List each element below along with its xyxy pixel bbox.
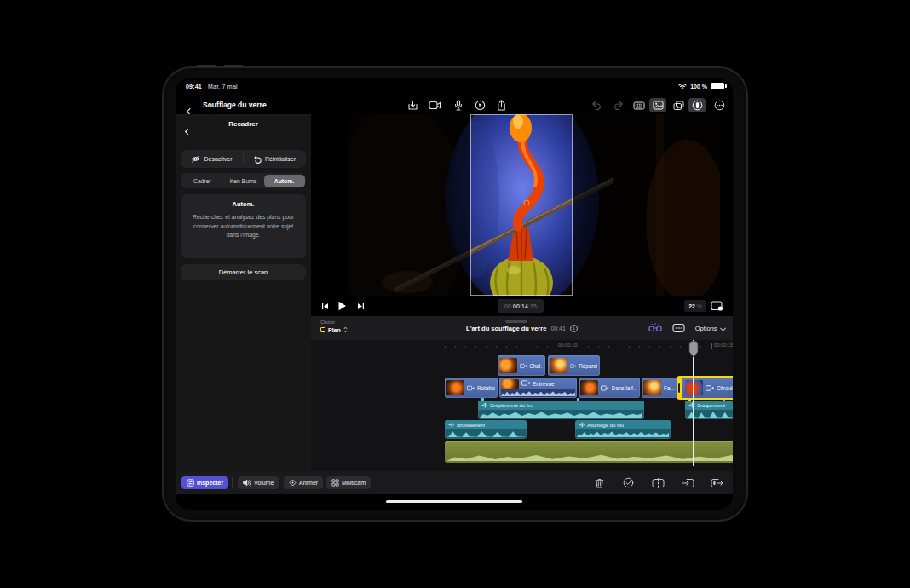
mic-button[interactable] [450,98,467,112]
timeline-duration: 00:41 [550,326,566,331]
prev-frame-button[interactable] [318,300,331,312]
camera-button[interactable] [426,98,443,112]
import-button[interactable] [404,98,421,112]
keyboard-button[interactable] [631,98,648,112]
reset-icon [254,155,262,164]
clip-label: Allumage du feu [587,423,624,428]
autom-title: Autom. [188,200,298,208]
browser-button[interactable] [649,98,666,112]
viewer [311,114,733,296]
append-button[interactable] [710,476,724,490]
clip-label: Chal… [529,363,543,369]
eye-off-icon [191,155,200,163]
back-icon [185,129,191,135]
clip-entrevue[interactable]: Entrevue [499,378,577,398]
timecode-display[interactable]: 00:00:14:15 [498,299,544,313]
tab-ken-burns[interactable]: Ken Burns [223,175,264,187]
panel-header: Recadrer [176,114,311,136]
trim-handle-left[interactable] [677,376,682,400]
delete-button[interactable] [592,476,607,490]
audio-icon [481,402,487,408]
reset-button[interactable]: Réinitialiser [244,150,306,168]
ruler-label: 00:00:10 [556,343,579,348]
viewer-display-button[interactable] [710,300,723,312]
timeline: 00:00:10 00:00:15 Chal… Réparati… [311,340,733,471]
split-clip-button[interactable] [651,476,665,490]
clip-dans-la-forge[interactable]: Dans la f… [579,378,640,398]
ipad-frame: 09:41 Mar. 7 mai 100 % Soufflage du verr… [162,66,748,522]
battery-percent: 100 % [690,84,707,89]
magic-tools-button[interactable] [648,323,662,333]
redo-button[interactable] [610,98,627,112]
zoom-level[interactable]: 22 % [684,300,706,312]
clip-thumbnail [643,380,661,395]
status-time: 09:41 [186,84,202,89]
clip-label: Fa… [664,385,675,391]
timeline-project-title: L'art du soufflage du verre [466,325,546,332]
split-clip-icon [652,478,665,488]
start-scan-button[interactable]: Démarrer le scan [181,264,306,280]
film-icon [467,385,475,391]
clip-citrouille-selected[interactable]: Citrouille [678,378,733,398]
ruler-label: 00:00:15 [712,343,733,348]
clip-label: Rotation [477,385,495,391]
disable-button[interactable]: Désactiver [181,150,243,168]
clip-label: Citrouille [717,385,733,391]
jog-button[interactable] [688,98,706,112]
playhead[interactable] [693,340,694,466]
audio-icon [579,422,585,428]
zoom-value: 22 [688,303,695,309]
undo-button[interactable] [588,98,605,112]
info-icon[interactable]: i [570,325,578,332]
clip-allumage[interactable]: Allumage du feu [575,420,671,439]
clip-label: Crépitement du feu [490,403,533,408]
clip-fa[interactable]: Fa… [642,378,677,398]
film-icon [521,380,530,386]
waveform [446,453,733,461]
project-title: Soufflage du verre [203,101,267,109]
screen: 09:41 Mar. 7 mai 100 % Soufflage du verr… [176,78,733,510]
waveform [687,410,733,418]
timeline-ruler[interactable]: 00:00:10 00:00:15 [311,340,733,354]
effects-button[interactable] [670,98,687,112]
clip-label: Bruissement [457,423,485,428]
next-frame-button[interactable] [354,300,367,312]
volume-button-up [196,65,216,67]
clip-crepitement[interactable]: Crépitement du feu [478,401,644,419]
clip-label: Dans la f… [612,385,637,391]
waveform [577,429,669,437]
volume-button-down [223,65,244,67]
battery-icon [711,83,724,89]
audio-icon [448,422,454,428]
home-indicator[interactable] [386,500,522,504]
pointer-button[interactable] [471,98,488,112]
waveform [446,429,525,437]
options-button[interactable]: Options [695,325,724,332]
volume-button[interactable]: Volume [238,476,279,489]
clip-reparation[interactable]: Réparati… [548,355,600,376]
viewer-display-icon [711,301,723,311]
play-button[interactable] [335,300,348,312]
inspect-button[interactable]: Inspecter [181,476,228,489]
chevron-down-icon [720,326,725,331]
overwrite-button[interactable] [681,476,695,490]
tab-autom[interactable]: Autom. [264,175,305,187]
clip-chalumeau[interactable]: Chal… [498,355,545,376]
clip-bruissement[interactable]: Bruissement [445,420,527,439]
volume-label: Volume [254,480,274,486]
more-button[interactable] [711,98,728,112]
canvas: 09:41 Mar. 7 mai 100 % Soufflage du verr… [0,0,910,588]
timecode-main: 00:14 [513,303,528,309]
approve-button[interactable] [621,476,636,490]
multicam-button[interactable]: Multicam [326,476,371,489]
tab-cadrer[interactable]: Cadrer [182,175,223,187]
share-button[interactable] [492,98,510,112]
autom-panel: Autom. Recherchez et analysez des plans … [181,194,306,258]
clip-music[interactable] [445,441,733,463]
playhead-handle[interactable] [688,341,700,358]
clip-rotation[interactable]: Rotation [445,378,498,398]
animate-button[interactable]: Animer [284,476,323,489]
disable-label: Désactiver [204,156,232,162]
overview-button[interactable] [672,323,685,333]
bottom-toolbar: Inspecter Volume Animer Multicam [176,471,733,494]
